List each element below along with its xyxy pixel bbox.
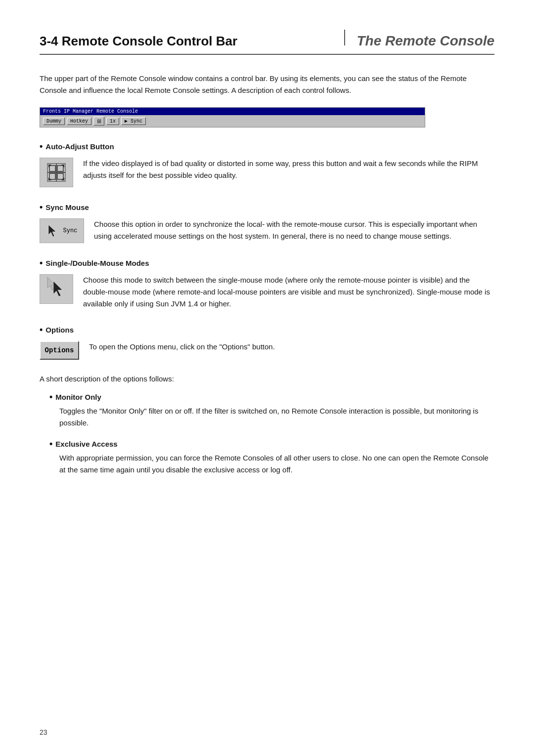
cb-btn-sync[interactable]: ▶ Sync (121, 117, 146, 125)
section-auto-adjust-title: • Auto-Adjust Button (40, 141, 494, 152)
auto-adjust-content: If the video displayed is of bad quality… (40, 158, 494, 187)
section-options: • Options Options To open the Options me… (40, 325, 494, 360)
auto-adjust-icon (46, 163, 66, 182)
short-desc-paragraph: A short description of the options follo… (40, 375, 494, 383)
svg-marker-13 (53, 281, 62, 296)
page-number: 23 (40, 728, 47, 736)
options-title-text: Options (45, 326, 74, 334)
svg-marker-11 (48, 225, 56, 237)
monitor-only-text: Toggles the "Monitor Only" filter on or … (49, 405, 494, 429)
mouse-modes-text: Choose this mode to switch between the s… (83, 274, 494, 310)
sync-mouse-text: Choose this option in order to synchroni… (94, 218, 494, 242)
monitor-only-title-text: Monitor Only (55, 393, 101, 401)
sub-section-exclusive-access: • Exclusive Access With appropriate perm… (40, 439, 494, 476)
control-bar-title: Fronts IP Manager Remote Console (40, 108, 425, 115)
control-bar-buttons: Dummy Hotkey ⊞ 1x ▶ Sync (40, 115, 425, 127)
chapter-title: 3-4 Remote Console Control Bar (40, 34, 332, 49)
options-icon-box: Options (40, 341, 79, 360)
auto-adjust-text: If the video displayed is of bad quality… (83, 158, 494, 181)
header-divider (344, 30, 345, 45)
exclusive-access-text: With appropriate permission, you can for… (49, 452, 494, 476)
page-header: 3-4 Remote Console Control Bar The Remot… (40, 30, 494, 55)
cb-btn-plus[interactable]: ⊞ (93, 117, 104, 126)
section-title: The Remote Console (357, 33, 494, 49)
exclusive-access-title-text: Exclusive Access (55, 440, 117, 448)
options-text: To open the Options menu, click on the "… (89, 341, 494, 353)
bullet-icon: • (49, 392, 52, 402)
sync-label: Sync (63, 227, 78, 234)
section-auto-adjust: • Auto-Adjust Button (40, 141, 494, 187)
sync-mouse-cursor-icon (46, 224, 60, 238)
intro-paragraph: The upper part of the Remote Console win… (40, 73, 494, 96)
page-container: 3-4 Remote Console Control Bar The Remot… (0, 0, 534, 515)
cb-btn-1x[interactable]: 1x (106, 118, 119, 125)
section-mouse-modes-title: • Single-/Double-Mouse Modes (40, 258, 494, 268)
bullet-icon: • (49, 439, 52, 449)
bullet-icon: • (40, 325, 43, 335)
bullet-icon: • (40, 258, 43, 268)
mouse-modes-title-text: Single-/Double-Mouse Modes (45, 259, 149, 267)
section-sync-mouse-title: • Sync Mouse (40, 202, 494, 212)
auto-adjust-icon-box (40, 158, 73, 187)
section-sync-mouse: • Sync Mouse Sync Choose this option in … (40, 202, 494, 243)
bullet-icon: • (40, 141, 43, 152)
exclusive-access-title: • Exclusive Access (49, 439, 494, 449)
double-mouse-icon (44, 276, 68, 302)
mouse-modes-content: Choose this mode to switch between the s… (40, 274, 494, 310)
cb-btn-dummy[interactable]: Dummy (43, 118, 65, 125)
control-bar-mockup: Fronts IP Manager Remote Console Dummy H… (40, 107, 425, 127)
auto-adjust-title-text: Auto-Adjust Button (45, 142, 114, 151)
section-mouse-modes: • Single-/Double-Mouse Modes Choose this… (40, 258, 494, 310)
options-button-label: Options (45, 346, 74, 354)
section-options-title: • Options (40, 325, 494, 335)
cb-btn-hotkey[interactable]: Hotkey (67, 118, 91, 125)
sub-section-monitor-only: • Monitor Only Toggles the "Monitor Only… (40, 392, 494, 429)
mouse-modes-icon-box (40, 274, 73, 304)
bullet-icon: • (40, 202, 43, 212)
sync-mouse-title-text: Sync Mouse (45, 203, 89, 211)
monitor-only-title: • Monitor Only (49, 392, 494, 402)
options-content: Options To open the Options menu, click … (40, 341, 494, 360)
sync-mouse-content: Sync Choose this option in order to sync… (40, 218, 494, 243)
sync-mouse-icon-box: Sync (40, 218, 84, 243)
